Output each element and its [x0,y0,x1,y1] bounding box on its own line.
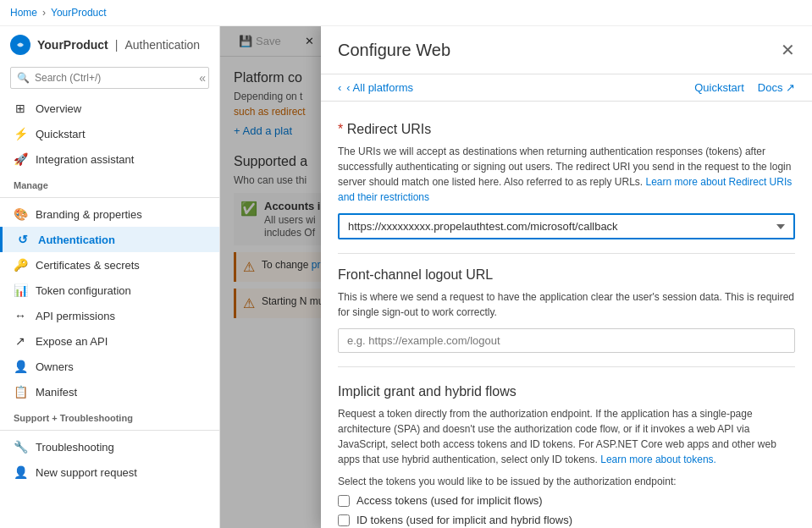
id-token-label[interactable]: ID tokens (used for implicit and hybrid … [356,514,572,526]
sidebar-item-label: Branding & properties [36,208,142,221]
access-token-label[interactable]: Access tokens (used for implicit flows) [356,494,543,507]
flow-section: Implicit grant and hybrid flows Request … [338,384,795,526]
sidebar-item-branding[interactable]: 🎨 Branding & properties [0,201,219,227]
access-token-row: Access tokens (used for implicit flows) [338,494,795,507]
sidebar-item-label: Overview [36,102,81,115]
separator-1 [338,253,795,254]
breadcrumb: Home › YourProduct [0,0,812,26]
redirect-uri-select[interactable]: https://xxxxxxxxx.propelauthtest.com/mic… [338,213,795,239]
divider2 [0,430,219,431]
quickstart-link[interactable]: Quickstart [694,81,744,94]
sidebar-item-label: Troubleshooting [36,441,114,454]
panel-body: Redirect URIs The URIs we will accept as… [321,102,812,528]
logout-url-input[interactable] [338,328,795,353]
sidebar-item-label: Owners [36,360,74,373]
support-section-label: Support + Troubleshooting [0,404,219,426]
sidebar-item-integration[interactable]: 🚀 Integration assistant [0,146,219,172]
id-token-row: ID tokens (used for implicit and hybrid … [338,514,795,526]
separator-2 [338,366,795,367]
flow-learn-more-link[interactable]: Learn more about tokens. [600,454,716,465]
breadcrumb-sep1: › [42,7,46,19]
panel-nav: ‹ ‹ All platforms Quickstart Docs ↗ [321,74,812,102]
configure-web-panel: Configure Web ✕ ‹ ‹ All platforms Quicks… [321,26,812,528]
back-to-platforms[interactable]: ‹ ‹ All platforms [338,81,413,94]
sidebar-item-quickstart[interactable]: ⚡ Quickstart [0,121,219,146]
sidebar-item-label: Certificates & secrets [36,259,140,272]
sidebar-item-manifest[interactable]: 📋 Manifest [0,379,219,404]
redirect-uri-row: https://xxxxxxxxx.propelauthtest.com/mic… [338,213,795,239]
access-token-checkbox[interactable] [338,495,350,507]
panel-nav-right: Quickstart Docs ↗ [694,81,795,94]
integration-icon: 🚀 [14,152,27,166]
sidebar-item-new-support[interactable]: 👤 New support request [0,459,219,485]
sidebar-item-label: Token configuration [36,284,131,297]
quickstart-icon: ⚡ [14,127,27,140]
sidebar-header: YourProduct | Authentication [0,26,219,60]
back-chevron-icon: ‹ [338,81,341,94]
sidebar-item-owners[interactable]: 👤 Owners [0,354,219,379]
sidebar-item-troubleshooting[interactable]: 🔧 Troubleshooting [0,434,219,459]
docs-link[interactable]: Docs ↗ [758,81,795,94]
sidebar-item-overview[interactable]: ⊞ Overview [0,96,219,121]
sidebar-item-label: Manifest [36,386,77,399]
sidebar-product-name: YourProduct [37,38,108,52]
manage-section-label: Manage [0,172,219,194]
sidebar-logo [10,35,30,55]
sidebar: YourProduct | Authentication 🔍 « ⊞ Overv… [0,26,220,528]
search-box: 🔍 « [10,67,209,89]
divider [0,197,219,198]
breadcrumb-home[interactable]: Home [10,7,37,19]
logout-url-header: Front-channel logout URL [338,267,795,283]
redirect-uri-header: Redirect URIs [338,122,795,137]
breadcrumb-product[interactable]: YourProduct [51,7,107,19]
content-area: 💾 Save ✕ Platform co Depending on t such… [220,26,812,528]
sidebar-item-api-permissions[interactable]: ↔ API permissions [0,303,219,328]
search-icon: 🔍 [17,72,30,84]
sidebar-item-label: Expose an API [36,335,108,348]
sidebar-item-label: Quickstart [36,128,86,140]
manifest-icon: 📋 [14,385,27,399]
flow-section-header: Implicit grant and hybrid flows [338,384,795,399]
panel-header: Configure Web ✕ [321,26,812,74]
troubleshooting-icon: 🔧 [14,440,27,454]
cert-icon: 🔑 [14,258,27,272]
expose-icon: ↗ [14,334,27,348]
search-input[interactable] [10,67,209,89]
id-token-checkbox[interactable] [338,514,350,526]
sidebar-item-label: API permissions [36,310,115,322]
sidebar-item-authentication[interactable]: ↺ Authentication [0,227,219,252]
sidebar-item-expose-api[interactable]: ↗ Expose an API [0,328,219,354]
auth-icon: ↺ [16,233,30,246]
branding-icon: 🎨 [14,207,27,221]
panel-title: Configure Web [338,41,450,60]
sidebar-section-name: Authentication [124,38,200,52]
logout-description: This is where we send a request to have … [338,289,795,320]
api-icon: ↔ [14,309,27,322]
token-prompt: Select the tokens you would like to be i… [338,476,795,487]
new-support-icon: 👤 [14,465,27,479]
owners-icon: 👤 [14,360,27,373]
overview-icon: ⊞ [14,102,27,115]
panel-close-button[interactable]: ✕ [781,40,795,60]
sidebar-title: YourProduct | Authentication [10,35,209,55]
sidebar-item-label: New support request [36,466,137,479]
back-label: ‹ All platforms [346,81,413,94]
sidebar-item-label: Authentication [38,234,115,246]
sidebar-item-label: Integration assistant [36,153,134,166]
token-icon: 📊 [14,283,27,297]
redirect-description: The URIs we will accept as destinations … [338,144,795,205]
sidebar-item-token[interactable]: 📊 Token configuration [0,278,219,303]
sidebar-item-certificates[interactable]: 🔑 Certificates & secrets [0,252,219,278]
flow-description: Request a token directly from the author… [338,406,795,467]
collapse-button[interactable]: « [199,71,206,85]
